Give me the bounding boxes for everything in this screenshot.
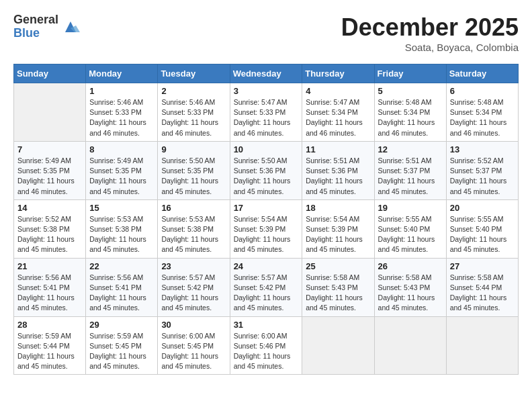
day-number: 4: [306, 86, 370, 96]
day-info: Sunrise: 5:55 AM Sunset: 5:40 PM Dayligh…: [450, 214, 515, 255]
day-info: Sunrise: 6:00 AM Sunset: 5:45 PM Dayligh…: [161, 331, 226, 372]
day-number: 18: [306, 203, 370, 213]
day-info: Sunrise: 5:56 AM Sunset: 5:41 PM Dayligh…: [17, 273, 82, 314]
day-info: Sunrise: 5:50 AM Sunset: 5:36 PM Dayligh…: [234, 156, 299, 197]
calendar-cell: 27Sunrise: 5:58 AM Sunset: 5:44 PM Dayli…: [446, 258, 518, 316]
calendar-cell: 18Sunrise: 5:54 AM Sunset: 5:39 PM Dayli…: [302, 199, 374, 258]
calendar-cell: 26Sunrise: 5:58 AM Sunset: 5:43 PM Dayli…: [374, 258, 446, 316]
day-number: 27: [450, 261, 515, 271]
day-number: 20: [450, 203, 515, 213]
day-info: Sunrise: 5:50 AM Sunset: 5:35 PM Dayligh…: [161, 156, 226, 197]
calendar-cell: 17Sunrise: 5:54 AM Sunset: 5:39 PM Dayli…: [230, 199, 302, 258]
day-number: 6: [450, 86, 515, 96]
day-info: Sunrise: 5:52 AM Sunset: 5:37 PM Dayligh…: [450, 156, 515, 197]
logo-general-text: General: [13, 13, 58, 27]
calendar-cell: 8Sunrise: 5:49 AM Sunset: 5:35 PM Daylig…: [86, 141, 158, 199]
calendar-cell: 29Sunrise: 5:59 AM Sunset: 5:45 PM Dayli…: [86, 316, 158, 375]
logo-blue-text: Blue: [13, 27, 58, 40]
calendar-cell: 31Sunrise: 6:00 AM Sunset: 5:46 PM Dayli…: [230, 316, 302, 375]
day-number: 29: [89, 320, 154, 330]
calendar-cell: 20Sunrise: 5:55 AM Sunset: 5:40 PM Dayli…: [446, 199, 518, 258]
day-info: Sunrise: 5:58 AM Sunset: 5:43 PM Dayligh…: [378, 273, 443, 314]
weekday-header: Tuesday: [158, 64, 230, 83]
calendar-cell: 9Sunrise: 5:50 AM Sunset: 5:35 PM Daylig…: [158, 141, 230, 199]
calendar-cell: 15Sunrise: 5:53 AM Sunset: 5:38 PM Dayli…: [86, 199, 158, 258]
day-number: 24: [234, 261, 299, 271]
calendar-cell: 24Sunrise: 5:57 AM Sunset: 5:42 PM Dayli…: [230, 258, 302, 316]
day-number: 1: [89, 86, 154, 96]
day-number: 5: [378, 86, 443, 96]
weekday-header: Wednesday: [230, 64, 302, 83]
calendar-cell: 12Sunrise: 5:51 AM Sunset: 5:37 PM Dayli…: [374, 141, 446, 199]
page-header: General Blue December 2025 Soata, Boyaca…: [13, 13, 519, 53]
day-number: 9: [161, 144, 226, 154]
calendar-cell: 30Sunrise: 6:00 AM Sunset: 5:45 PM Dayli…: [158, 316, 230, 375]
day-number: 15: [89, 203, 154, 213]
weekday-header: Thursday: [302, 64, 374, 83]
day-info: Sunrise: 5:58 AM Sunset: 5:44 PM Dayligh…: [450, 273, 515, 314]
calendar-cell: [302, 316, 374, 375]
day-number: 14: [17, 203, 82, 213]
calendar-cell: 11Sunrise: 5:51 AM Sunset: 5:36 PM Dayli…: [302, 141, 374, 199]
day-info: Sunrise: 5:46 AM Sunset: 5:33 PM Dayligh…: [89, 97, 154, 138]
day-info: Sunrise: 5:57 AM Sunset: 5:42 PM Dayligh…: [161, 273, 226, 314]
day-info: Sunrise: 5:49 AM Sunset: 5:35 PM Dayligh…: [89, 156, 154, 197]
day-info: Sunrise: 5:52 AM Sunset: 5:38 PM Dayligh…: [17, 214, 82, 255]
logo-icon: [61, 17, 80, 36]
calendar-cell: 6Sunrise: 5:48 AM Sunset: 5:34 PM Daylig…: [446, 83, 518, 142]
day-number: 23: [161, 261, 226, 271]
calendar-cell: 7Sunrise: 5:49 AM Sunset: 5:35 PM Daylig…: [14, 141, 86, 199]
calendar-cell: 3Sunrise: 5:47 AM Sunset: 5:33 PM Daylig…: [230, 83, 302, 142]
day-number: 12: [378, 144, 443, 154]
logo: General Blue: [13, 13, 80, 40]
day-number: 21: [17, 261, 82, 271]
day-info: Sunrise: 5:54 AM Sunset: 5:39 PM Dayligh…: [234, 214, 299, 255]
day-number: 11: [306, 144, 370, 154]
day-info: Sunrise: 5:59 AM Sunset: 5:45 PM Dayligh…: [89, 331, 154, 372]
day-info: Sunrise: 5:58 AM Sunset: 5:43 PM Dayligh…: [306, 273, 370, 314]
day-info: Sunrise: 5:48 AM Sunset: 5:34 PM Dayligh…: [450, 97, 515, 138]
day-info: Sunrise: 5:51 AM Sunset: 5:37 PM Dayligh…: [378, 156, 443, 197]
day-info: Sunrise: 5:59 AM Sunset: 5:44 PM Dayligh…: [17, 331, 82, 372]
day-number: 31: [234, 320, 299, 330]
calendar-cell: 21Sunrise: 5:56 AM Sunset: 5:41 PM Dayli…: [14, 258, 86, 316]
day-info: Sunrise: 5:53 AM Sunset: 5:38 PM Dayligh…: [89, 214, 154, 255]
calendar-cell: 13Sunrise: 5:52 AM Sunset: 5:37 PM Dayli…: [446, 141, 518, 199]
day-number: 13: [450, 144, 515, 154]
calendar-table: SundayMondayTuesdayWednesdayThursdayFrid…: [13, 64, 519, 375]
location-text: Soata, Boyaca, Colombia: [341, 42, 519, 53]
day-info: Sunrise: 5:46 AM Sunset: 5:33 PM Dayligh…: [161, 97, 226, 138]
weekday-header: Monday: [86, 64, 158, 83]
calendar-cell: 5Sunrise: 5:48 AM Sunset: 5:34 PM Daylig…: [374, 83, 446, 142]
calendar-cell: 1Sunrise: 5:46 AM Sunset: 5:33 PM Daylig…: [86, 83, 158, 142]
calendar-cell: 23Sunrise: 5:57 AM Sunset: 5:42 PM Dayli…: [158, 258, 230, 316]
calendar-cell: [446, 316, 518, 375]
day-number: 17: [234, 203, 299, 213]
day-number: 28: [17, 320, 82, 330]
day-info: Sunrise: 5:57 AM Sunset: 5:42 PM Dayligh…: [234, 273, 299, 314]
calendar-cell: 4Sunrise: 5:47 AM Sunset: 5:34 PM Daylig…: [302, 83, 374, 142]
day-number: 7: [17, 144, 82, 154]
weekday-header: Saturday: [446, 64, 518, 83]
day-info: Sunrise: 5:49 AM Sunset: 5:35 PM Dayligh…: [17, 156, 82, 197]
day-number: 16: [161, 203, 226, 213]
title-block: December 2025 Soata, Boyaca, Colombia: [341, 13, 519, 53]
day-number: 25: [306, 261, 370, 271]
calendar-cell: 14Sunrise: 5:52 AM Sunset: 5:38 PM Dayli…: [14, 199, 86, 258]
calendar-header: SundayMondayTuesdayWednesdayThursdayFrid…: [14, 64, 519, 83]
calendar-cell: 28Sunrise: 5:59 AM Sunset: 5:44 PM Dayli…: [14, 316, 86, 375]
day-number: 30: [161, 320, 226, 330]
weekday-header: Friday: [374, 64, 446, 83]
day-info: Sunrise: 5:53 AM Sunset: 5:38 PM Dayligh…: [161, 214, 226, 255]
day-info: Sunrise: 5:51 AM Sunset: 5:36 PM Dayligh…: [306, 156, 370, 197]
calendar-cell: 19Sunrise: 5:55 AM Sunset: 5:40 PM Dayli…: [374, 199, 446, 258]
day-number: 22: [89, 261, 154, 271]
day-number: 19: [378, 203, 443, 213]
day-info: Sunrise: 5:54 AM Sunset: 5:39 PM Dayligh…: [306, 214, 370, 255]
day-info: Sunrise: 5:55 AM Sunset: 5:40 PM Dayligh…: [378, 214, 443, 255]
weekday-header: Sunday: [14, 64, 86, 83]
day-number: 2: [161, 86, 226, 96]
calendar-cell: 2Sunrise: 5:46 AM Sunset: 5:33 PM Daylig…: [158, 83, 230, 142]
day-number: 3: [234, 86, 299, 96]
day-info: Sunrise: 6:00 AM Sunset: 5:46 PM Dayligh…: [234, 331, 299, 372]
